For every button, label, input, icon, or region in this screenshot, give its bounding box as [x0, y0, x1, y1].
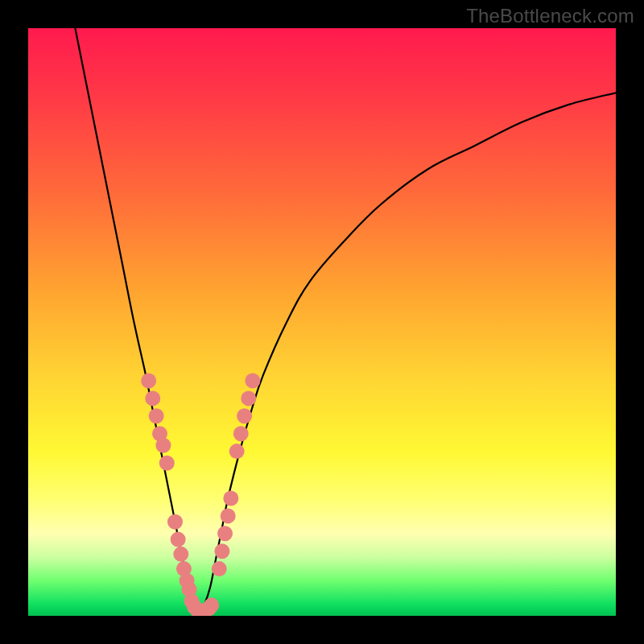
data-dot [229, 444, 245, 459]
chart-svg [28, 28, 616, 616]
data-dot [149, 408, 164, 423]
data-dot [167, 514, 183, 530]
data-dot [214, 543, 229, 559]
data-dot [212, 561, 227, 576]
curve-right-branch [199, 93, 616, 613]
chart-frame: TheBottleneck.com [0, 0, 644, 644]
data-dot [141, 374, 156, 389]
data-dot [221, 508, 236, 523]
data-dot [233, 426, 249, 441]
data-dot [145, 390, 160, 406]
data-dot [245, 374, 260, 389]
data-dot [155, 438, 171, 453]
data-dot [241, 390, 256, 406]
data-dot [217, 526, 233, 541]
data-dot [173, 547, 188, 562]
plot-area [28, 28, 616, 616]
scatter-dots [141, 374, 260, 617]
data-dot [237, 408, 252, 423]
watermark-text: TheBottleneck.com [466, 5, 634, 27]
curve-group [75, 28, 616, 613]
data-dot [171, 532, 186, 547]
data-dot [159, 456, 175, 471]
data-dot [223, 491, 238, 506]
data-dot [204, 597, 219, 613]
